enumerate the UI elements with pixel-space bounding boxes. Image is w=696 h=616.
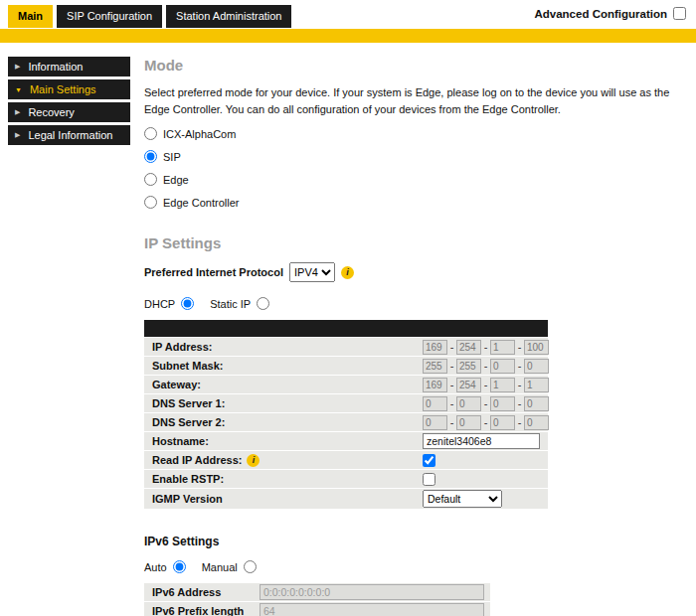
dhcp-static-toggle: DHCP Static IP bbox=[144, 297, 688, 310]
octet-separator: - bbox=[517, 341, 522, 353]
ip-octet-input bbox=[490, 378, 515, 392]
chevron-right-icon: ▶ bbox=[15, 63, 20, 71]
chevron-down-icon: ▼ bbox=[15, 86, 22, 93]
edge-controller-radio[interactable] bbox=[144, 196, 157, 209]
advanced-configuration-label: Advanced Configuration bbox=[534, 8, 667, 20]
ip-octet-input bbox=[524, 396, 549, 411]
table-row: IGMP Version Default bbox=[144, 489, 548, 509]
sidebar-item-information[interactable]: ▶ Information bbox=[8, 57, 130, 77]
ipv6-prefix-length-input bbox=[260, 603, 484, 616]
sip-radio[interactable] bbox=[144, 150, 157, 163]
mode-description: Select preferred mode for your device. I… bbox=[144, 84, 688, 117]
sidebar-item-legal-information[interactable]: ▶ Legal Information bbox=[8, 125, 130, 145]
protocol-label: Preferred Internet Protocol bbox=[144, 266, 283, 278]
icx-alphacom-radio[interactable] bbox=[144, 127, 157, 140]
mode-option-icx-alphacom[interactable]: ICX-AlphaCom bbox=[144, 127, 236, 140]
row-label: Subnet Mask: bbox=[152, 360, 423, 372]
octet-separator: - bbox=[449, 341, 454, 353]
ip-octet-input bbox=[456, 340, 481, 355]
dhcp-label: DHCP bbox=[144, 298, 175, 310]
hostname-input[interactable] bbox=[423, 433, 540, 449]
chevron-right-icon: ▶ bbox=[15, 108, 20, 116]
radio-label: Edge bbox=[163, 174, 189, 186]
ip-octet-input bbox=[524, 415, 549, 430]
ip-octet-input bbox=[490, 415, 515, 430]
manual-label: Manual bbox=[202, 561, 238, 573]
dhcp-radio[interactable] bbox=[181, 297, 194, 310]
read-ip-address-checkbox[interactable] bbox=[423, 454, 435, 467]
mode-option-edge[interactable]: Edge bbox=[144, 173, 189, 186]
protocol-select[interactable]: IPV4 bbox=[289, 262, 335, 282]
ip-octet-input bbox=[524, 359, 549, 374]
info-icon[interactable]: i bbox=[341, 266, 354, 279]
row-label: IP Address: bbox=[152, 341, 423, 353]
octet-separator: - bbox=[483, 360, 488, 372]
radio-label: ICX-AlphaCom bbox=[163, 128, 236, 140]
igmp-version-select[interactable]: Default bbox=[423, 490, 502, 508]
top-bar: Main SIP Configuration Station Administr… bbox=[0, 0, 696, 29]
sidebar-item-main-settings[interactable]: ▼ Main Settings bbox=[8, 79, 130, 99]
enable-rstp-checkbox[interactable] bbox=[423, 473, 435, 486]
manual-radio[interactable] bbox=[244, 560, 257, 573]
edge-radio[interactable] bbox=[144, 173, 157, 186]
octet-separator: - bbox=[517, 360, 522, 372]
tab-main[interactable]: Main bbox=[8, 5, 53, 28]
octet-separator: - bbox=[483, 397, 488, 409]
radio-label: SIP bbox=[163, 151, 181, 163]
octet-separator: - bbox=[449, 360, 454, 372]
row-label: Enable RSTP: bbox=[152, 473, 423, 485]
octet-separator: - bbox=[517, 416, 522, 428]
ipv6-address-input bbox=[260, 584, 484, 600]
row-label: Read IP Address: bbox=[152, 454, 242, 466]
static-ip-label: Static IP bbox=[210, 298, 251, 310]
ip-octet-input bbox=[423, 340, 447, 355]
octet-separator: - bbox=[449, 379, 454, 390]
auto-label: Auto bbox=[144, 561, 167, 573]
row-label: IPv6 Address bbox=[152, 586, 260, 598]
static-ip-radio[interactable] bbox=[257, 297, 269, 310]
info-icon[interactable]: i bbox=[247, 454, 260, 467]
sidebar: ▶ Information ▼ Main Settings ▶ Recovery… bbox=[8, 57, 130, 616]
auto-radio[interactable] bbox=[173, 560, 186, 573]
ip-octet-input bbox=[423, 359, 447, 374]
ip-octet-input bbox=[456, 396, 481, 411]
advanced-configuration: Advanced Configuration bbox=[534, 5, 686, 20]
ip-octet-input bbox=[423, 415, 447, 430]
row-label: DNS Server 1: bbox=[152, 397, 423, 409]
row-label: Gateway: bbox=[152, 379, 423, 390]
ip-octet-input bbox=[490, 340, 515, 355]
radio-label: Edge Controller bbox=[163, 197, 239, 209]
table-row: Enable RSTP: bbox=[144, 470, 548, 488]
ip-octet-input bbox=[423, 378, 447, 392]
octet-separator: - bbox=[483, 341, 488, 353]
tab-sip-configuration[interactable]: SIP Configuration bbox=[57, 5, 162, 28]
table-row: DNS Server 2: --- bbox=[144, 413, 548, 431]
octet-separator: - bbox=[449, 416, 454, 428]
ipv6-settings-title: IPv6 Settings bbox=[144, 535, 688, 548]
table-header-bar bbox=[144, 320, 548, 337]
ip-octet-input bbox=[524, 340, 549, 355]
table-row: IPv6 Prefix length bbox=[144, 602, 490, 616]
sidebar-item-recovery[interactable]: ▶ Recovery bbox=[8, 102, 130, 122]
octet-separator: - bbox=[517, 379, 522, 390]
table-row: Hostname: bbox=[144, 432, 548, 450]
ip-octet-input bbox=[456, 415, 481, 430]
advanced-configuration-checkbox[interactable] bbox=[673, 7, 686, 20]
ip-octet-input bbox=[490, 396, 515, 411]
octet-separator: - bbox=[449, 397, 454, 409]
table-row: Subnet Mask: --- bbox=[144, 357, 548, 375]
ipv4-settings-table: IP Address: --- Subnet Mask: --- Gateway… bbox=[144, 338, 548, 509]
row-label: DNS Server 2: bbox=[152, 416, 423, 428]
mode-title: Mode bbox=[144, 57, 688, 74]
sidebar-item-label: Legal Information bbox=[28, 129, 112, 141]
octet-separator: - bbox=[483, 379, 488, 390]
main-tabs: Main SIP Configuration Station Administr… bbox=[8, 5, 291, 28]
mode-option-edge-controller[interactable]: Edge Controller bbox=[144, 196, 239, 209]
table-row: IPv6 Address bbox=[144, 583, 490, 601]
ipv6-settings-table: IPv6 Address IPv6 Prefix length IPv6 DNS… bbox=[144, 583, 490, 616]
ip-octet-input bbox=[524, 378, 549, 392]
chevron-right-icon: ▶ bbox=[15, 131, 20, 139]
mode-option-sip[interactable]: SIP bbox=[144, 150, 181, 163]
auto-manual-toggle: Auto Manual bbox=[144, 560, 688, 573]
tab-station-administration[interactable]: Station Administration bbox=[166, 5, 291, 28]
